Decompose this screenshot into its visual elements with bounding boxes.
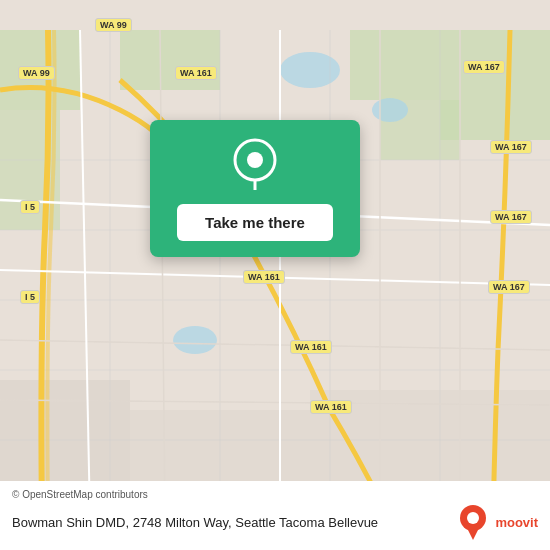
svg-rect-2	[120, 30, 220, 90]
moovit-label: moovit	[495, 515, 538, 530]
bottom-bar: © OpenStreetMap contributors Bowman Shin…	[0, 481, 550, 550]
map-container: WA 99WA 99WA 161WA 161WA 161WA 161WA 167…	[0, 0, 550, 550]
bottom-row: Bowman Shin DMD, 2748 Milton Way, Seattl…	[12, 504, 538, 540]
road-badge: WA 167	[488, 280, 530, 294]
road-badge: WA 167	[463, 60, 505, 74]
svg-point-9	[372, 98, 408, 122]
svg-point-7	[280, 52, 340, 88]
take-me-there-button[interactable]: Take me there	[177, 204, 333, 241]
address-label: Bowman Shin DMD, 2748 Milton Way, Seattl…	[12, 515, 455, 530]
location-card: Take me there	[150, 120, 360, 257]
road-badge: WA 99	[95, 18, 132, 32]
moovit-logo: moovit	[455, 504, 538, 540]
road-badge: WA 167	[490, 140, 532, 154]
road-badge: WA 161	[290, 340, 332, 354]
svg-point-35	[467, 512, 479, 524]
road-badge: WA 161	[175, 66, 217, 80]
svg-marker-36	[467, 528, 479, 540]
svg-rect-3	[350, 30, 440, 100]
road-badge: WA 161	[243, 270, 285, 284]
map-attribution: © OpenStreetMap contributors	[12, 489, 538, 500]
svg-point-8	[173, 326, 217, 354]
road-badge: WA 167	[490, 210, 532, 224]
road-badge: I 5	[20, 290, 40, 304]
moovit-icon	[455, 504, 491, 540]
svg-point-32	[247, 152, 263, 168]
road-badge: I 5	[20, 200, 40, 214]
location-pin-icon	[229, 138, 281, 190]
road-badge: WA 161	[310, 400, 352, 414]
road-badge: WA 99	[18, 66, 55, 80]
